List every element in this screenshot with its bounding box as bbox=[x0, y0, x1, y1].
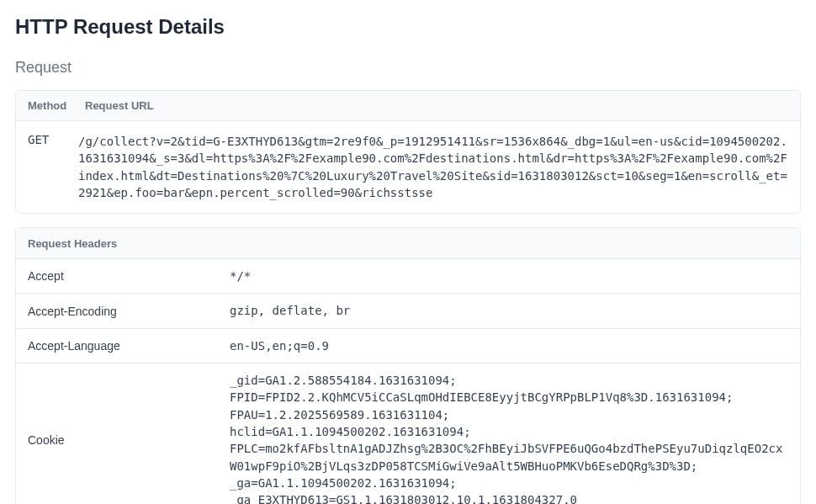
col-header-url: Request URL bbox=[85, 99, 154, 112]
request-url-panel: Method Request URL GET /g/collect?v=2&ti… bbox=[15, 90, 801, 214]
header-key: Cookie bbox=[16, 363, 218, 504]
table-row: Cookie_gid=GA1.2.588554184.1631631094; F… bbox=[16, 363, 800, 504]
header-value: gzip, deflate, br bbox=[218, 294, 800, 328]
header-key: Accept-Language bbox=[16, 328, 218, 363]
table-row: Accept-Languageen-US,en;q=0.9 bbox=[16, 328, 800, 363]
header-key: Accept-Encoding bbox=[16, 294, 218, 328]
request-headers-title: Request Headers bbox=[28, 237, 117, 250]
header-value: */* bbox=[218, 259, 800, 294]
request-url: /g/collect?v=2&tid=G-E3XTHYD613&gtm=2re9… bbox=[78, 133, 788, 201]
table-row: Accept-Encodinggzip, deflate, br bbox=[16, 294, 800, 328]
page-title: HTTP Request Details bbox=[15, 15, 801, 39]
header-value: en-US,en;q=0.9 bbox=[218, 328, 800, 363]
header-value: _gid=GA1.2.588554184.1631631094; FPID=FP… bbox=[218, 363, 800, 504]
section-title-request: Request bbox=[15, 59, 801, 77]
request-row: GET /g/collect?v=2&tid=G-E3XTHYD613&gtm=… bbox=[16, 121, 800, 213]
http-method: GET bbox=[28, 133, 78, 146]
headers-table: Accept*/*Accept-Encodinggzip, deflate, b… bbox=[16, 259, 800, 504]
request-headers-panel: Request Headers Accept*/*Accept-Encoding… bbox=[15, 227, 801, 504]
header-key: Accept bbox=[16, 259, 218, 294]
table-row: Accept*/* bbox=[16, 259, 800, 294]
col-header-method: Method bbox=[28, 99, 72, 112]
